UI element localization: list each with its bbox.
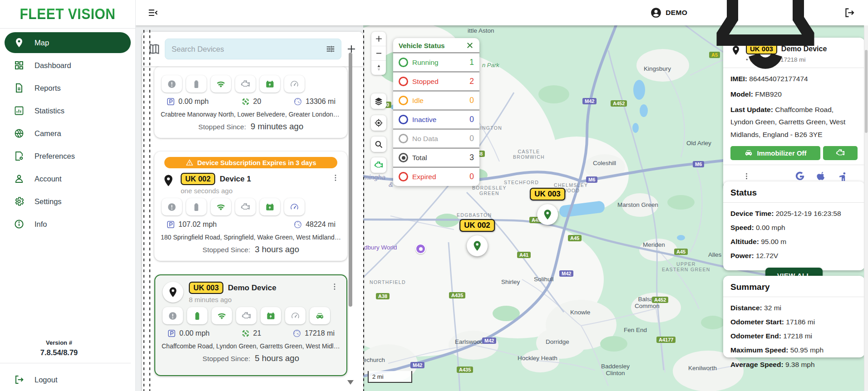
more-options-icon[interactable] bbox=[331, 173, 340, 183]
battery-indicator-icon bbox=[187, 307, 207, 324]
sidebar-item-info[interactable]: Info bbox=[0, 213, 135, 235]
road-badge: M6 bbox=[693, 161, 704, 167]
google-maps-icon[interactable] bbox=[795, 171, 805, 181]
vehicle-status-row-expired[interactable]: Expired0 bbox=[393, 167, 479, 186]
gauge-indicator-icon bbox=[284, 198, 305, 215]
logout-top-icon[interactable] bbox=[843, 7, 855, 19]
logout-button[interactable]: Logout bbox=[0, 368, 135, 391]
speed-value: 107.02 mph bbox=[178, 220, 217, 229]
inactive-radio-icon bbox=[399, 115, 408, 124]
battery-indicator-icon bbox=[186, 198, 207, 215]
device-address: Chaffcombe Road, Lyndon Green, Garretts … bbox=[162, 342, 340, 350]
scroll-down-arrow-icon[interactable] bbox=[347, 380, 354, 385]
cadbury-world-poi-icon[interactable] bbox=[415, 244, 426, 254]
road-badge: A41 bbox=[517, 252, 531, 258]
gauge-indicator-icon bbox=[285, 307, 306, 324]
device-status-chips bbox=[162, 75, 340, 93]
maximum-speed-row: Maximum Speed: 50.95 mph bbox=[730, 344, 858, 356]
layers-button[interactable] bbox=[371, 93, 386, 109]
summary-title: Summary bbox=[730, 282, 858, 292]
collapse-menu-icon[interactable] bbox=[147, 7, 159, 19]
vehicle-status-row-total[interactable]: Total3 bbox=[393, 148, 479, 167]
engine-indicator-icon bbox=[236, 307, 256, 324]
splitter-dashed-left[interactable] bbox=[143, 30, 144, 391]
road-badge: A4177 bbox=[656, 337, 676, 343]
banner-text: Device Subscription Expires in 3 days bbox=[197, 159, 316, 166]
vehicle-status-row-running[interactable]: Running1 bbox=[393, 53, 479, 72]
engine-filter-button[interactable] bbox=[371, 157, 386, 173]
satellite-count: 20 bbox=[253, 98, 261, 106]
stopped-since: Stopped Since:9 minutes ago bbox=[161, 122, 341, 132]
charge-indicator-icon bbox=[260, 198, 280, 215]
device-card-partial[interactable]: 0.00 mph2013306 miCrabtree Manorway Nort… bbox=[154, 66, 347, 138]
parking-icon bbox=[166, 220, 175, 229]
splitter-dashed-right[interactable] bbox=[363, 30, 364, 391]
odometer-stat: 13306 mi bbox=[293, 97, 335, 106]
vehicle-status-row-idle[interactable]: Idle0 bbox=[393, 91, 479, 110]
divider bbox=[723, 202, 865, 203]
zoom-out-button[interactable] bbox=[371, 46, 386, 60]
close-icon[interactable] bbox=[466, 41, 474, 49]
more-options-icon[interactable] bbox=[330, 282, 339, 292]
scrollbar-thumb[interactable] bbox=[349, 53, 352, 307]
running-radio-icon bbox=[399, 58, 408, 67]
vehicle-status-row-nodata[interactable]: No Data0 bbox=[393, 129, 479, 148]
device-list-panel: 0.00 mph2013306 miCrabtree Manorway Nort… bbox=[142, 32, 363, 391]
sidebar-item-camera[interactable]: Camera bbox=[0, 122, 135, 145]
page-scrollbar-thumb[interactable] bbox=[865, 50, 868, 133]
gear-icon bbox=[14, 196, 25, 207]
stopped-radio-icon bbox=[399, 77, 408, 86]
map-search-button[interactable] bbox=[371, 137, 386, 152]
satellite-count: 21 bbox=[253, 329, 261, 337]
sidebar-item-preferences[interactable]: Preferences bbox=[0, 145, 135, 167]
immobilizer-off-button[interactable]: Immobilizer Off bbox=[730, 146, 820, 160]
app-logo: FLEET VISION bbox=[0, 5, 135, 23]
my-location-button[interactable] bbox=[371, 115, 386, 131]
vehicle-status-row-stopped[interactable]: Stopped2 bbox=[393, 72, 479, 91]
sidebar-item-statistics[interactable]: Statistics bbox=[0, 99, 135, 122]
sidebar-item-reports[interactable]: Reports bbox=[0, 77, 135, 99]
wifi-indicator-icon bbox=[211, 75, 231, 93]
battery-indicator-icon bbox=[186, 75, 207, 93]
apple-maps-icon[interactable] bbox=[816, 171, 826, 181]
subscription-warning-banner: Device Subscription Expires in 3 days bbox=[164, 157, 337, 168]
sidebar-divider bbox=[0, 28, 135, 29]
zoom-in-button[interactable] bbox=[371, 32, 386, 46]
vehicle-status-row-inactive[interactable]: Inactive0 bbox=[393, 110, 479, 129]
map-marker-uk-002[interactable]: UK 002 bbox=[459, 219, 495, 256]
more-options-icon[interactable] bbox=[742, 171, 751, 181]
sidebar-item-label: Map bbox=[35, 39, 49, 47]
compass-tilt-button[interactable] bbox=[371, 60, 386, 75]
device-name: Device 1 bbox=[220, 175, 251, 183]
sidebar-item-label: Info bbox=[35, 220, 47, 229]
street-view-pegman-icon[interactable] bbox=[838, 171, 848, 181]
road-badge: M42 bbox=[410, 362, 424, 368]
stopped-since: Stopped Since:3 hours ago bbox=[161, 244, 341, 254]
version-number: 7.8.54/8.79 bbox=[0, 348, 118, 357]
sidebar-item-label: Settings bbox=[35, 197, 62, 206]
page-scrollbar[interactable] bbox=[864, 25, 868, 391]
splitter-dashed-inner[interactable] bbox=[149, 30, 150, 391]
device-list-scrollbar[interactable] bbox=[349, 53, 352, 373]
map-marker-uk-003[interactable]: UK 003 bbox=[530, 188, 565, 225]
sidebar-item-settings[interactable]: Settings bbox=[0, 190, 135, 213]
road-badge: A45 bbox=[568, 235, 582, 241]
dashboard-icon bbox=[14, 60, 25, 71]
parking-icon bbox=[167, 329, 176, 338]
device-address: 180 Springfield Road, Springfield, Wake … bbox=[161, 234, 341, 241]
car-lock-icon bbox=[744, 148, 753, 157]
sidebar-item-account[interactable]: Account bbox=[0, 167, 135, 190]
sidebar-item-map[interactable]: Map bbox=[5, 32, 131, 53]
stopped-since-label: Stopped Since: bbox=[202, 246, 250, 254]
user-menu[interactable]: DEMO bbox=[650, 7, 687, 19]
road-badge: M42 bbox=[582, 98, 597, 104]
sidebar-item-label: Dashboard bbox=[35, 61, 71, 70]
prefs-icon bbox=[14, 151, 25, 161]
engine-command-button[interactable] bbox=[823, 146, 858, 160]
device-card-uk-002[interactable]: Device Subscription Expires in 3 daysUK … bbox=[154, 152, 347, 261]
filter-tune-icon[interactable] bbox=[326, 44, 335, 54]
sidebar-item-dashboard[interactable]: Dashboard bbox=[0, 54, 135, 77]
device-card-uk-003[interactable]: UK 003Demo Device8 minutes ago0.00 mph21… bbox=[154, 274, 347, 376]
search-input[interactable] bbox=[171, 44, 326, 54]
notifications-button[interactable]: 99+ bbox=[697, 0, 833, 82]
